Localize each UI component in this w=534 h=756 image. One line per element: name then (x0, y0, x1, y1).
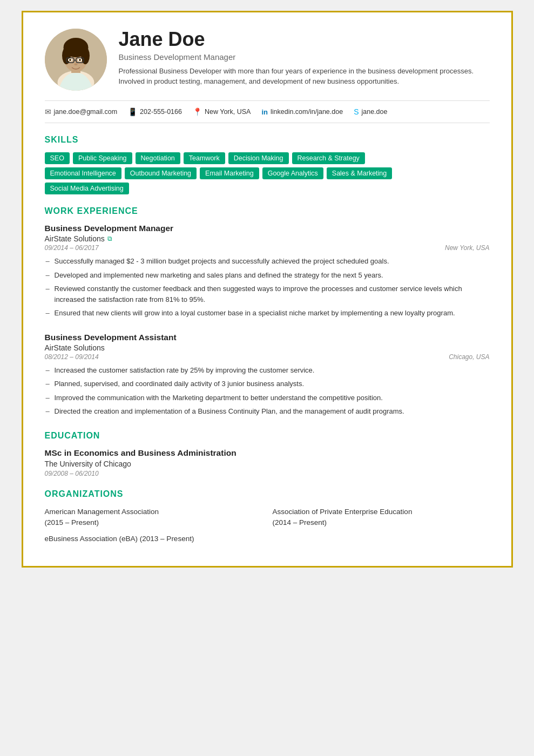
skill-seo: SEO (45, 152, 70, 164)
job-2: Business Development Assistant AirState … (45, 333, 490, 417)
org-2-name: Association of Private Enterprise Educat… (273, 508, 413, 516)
linkedin-text: linkedin.com/in/jane.doe (271, 108, 343, 116)
location-icon: 📍 (193, 107, 202, 116)
phone-icon: 📱 (128, 107, 137, 116)
phone-text: 202-555-0166 (140, 108, 182, 116)
work-experience-section: WORK EXPERIENCE Business Development Man… (45, 206, 490, 417)
org-2: Association of Private Enterprise Educat… (273, 507, 490, 529)
education-title: EDUCATION (45, 431, 490, 441)
education-section: EDUCATION MSc in Economics and Business … (45, 431, 490, 477)
org-2-dates: (2014 – Present) (273, 518, 327, 526)
job-2-company: AirState Solutions (45, 343, 490, 352)
header-info: Jane Doe Business Development Manager Pr… (119, 29, 490, 87)
organizations-title: ORGANIZATIONS (45, 489, 490, 499)
email-icon: ✉ (45, 107, 51, 116)
job-1-bullet-3: Reviewed constantly the customer feedbac… (45, 284, 490, 305)
job-2-location: Chicago, USA (449, 353, 489, 361)
job-2-bullet-3: Improved the communication with the Mark… (45, 393, 490, 403)
edu-dates: 09/2008 – 06/2010 (45, 470, 490, 477)
job-1-bullet-4: Ensured that new clients will grow into … (45, 308, 490, 319)
job-2-company-name: AirState Solutions (45, 343, 105, 352)
contact-phone: 📱 202-555-0166 (128, 107, 182, 116)
job-2-title: Business Development Assistant (45, 333, 490, 342)
org-3: eBusiness Association (eBA) (2013 – Pres… (45, 534, 490, 544)
org-3-name: eBusiness Association (eBA) (2013 – Pres… (45, 535, 194, 543)
skills-row-2: Emotional Intelligence Outbound Marketin… (45, 167, 490, 179)
candidate-name: Jane Doe (119, 29, 490, 50)
job-1-dates-row: 09/2014 – 06/2017 New York, USA (45, 244, 490, 252)
skills-section-title: SKILLS (45, 135, 490, 145)
skills-row-3: Social Media Advertising (45, 183, 490, 194)
job-1-title: Business Development Manager (45, 224, 490, 233)
external-link-icon: ⧉ (107, 235, 112, 242)
skill-social-media-advertising: Social Media Advertising (45, 183, 129, 194)
work-experience-title: WORK EXPERIENCE (45, 206, 490, 216)
svg-point-13 (69, 59, 71, 61)
skill-emotional-intelligence: Emotional Intelligence (45, 167, 121, 179)
skype-icon: S (354, 107, 359, 116)
job-1-company-name: AirState Solutions (45, 234, 105, 243)
job-1-bullets: Successfully managed $2 - 3 million budg… (45, 256, 490, 319)
job-2-bullets: Increased the customer satisfaction rate… (45, 365, 490, 417)
skill-outbound-marketing: Outbound Marketing (125, 167, 197, 179)
contact-skype: S jane.doe (354, 107, 387, 116)
job-2-bullet-4: Directed the creation and implementation… (45, 406, 490, 417)
skill-negotiation: Negotiation (136, 152, 180, 164)
skill-google-analytics: Google Analytics (262, 167, 323, 179)
contact-location: 📍 New York, USA (193, 107, 251, 116)
svg-point-7 (65, 39, 86, 55)
job-1-location: New York, USA (445, 244, 489, 252)
avatar (45, 29, 107, 91)
job-1: Business Development Manager AirState So… (45, 224, 490, 319)
candidate-title: Business Development Manager (119, 52, 490, 62)
svg-point-14 (79, 59, 81, 61)
edu-degree: MSc in Economics and Business Administra… (45, 448, 490, 458)
job-1-bullet-2: Developed and implemented new marketing … (45, 270, 490, 281)
job-2-dates: 08/2012 – 09/2014 (45, 353, 99, 361)
skype-text: jane.doe (361, 108, 387, 116)
org-1-name: American Management Association (45, 508, 159, 516)
skill-public-speaking: Public Speaking (73, 152, 132, 164)
contact-linkedin: in linkedin.com/in/jane.doe (261, 108, 343, 116)
job-1-company: AirState Solutions ⧉ (45, 234, 490, 243)
org-1-dates: (2015 – Present) (45, 518, 99, 526)
job-2-bullet-2: Planned, supervised, and coordinated dai… (45, 379, 490, 389)
location-text: New York, USA (205, 108, 251, 116)
organizations-section: ORGANIZATIONS American Management Associ… (45, 489, 490, 545)
skills-row-1: SEO Public Speaking Negotiation Teamwork… (45, 152, 490, 164)
skill-teamwork: Teamwork (184, 152, 225, 164)
candidate-bio: Professional Business Developer with mor… (119, 66, 490, 87)
orgs-grid: American Management Association (2015 – … (45, 507, 490, 545)
org-1: American Management Association (2015 – … (45, 507, 262, 529)
skill-decision-making: Decision Making (228, 152, 289, 164)
contact-bar: ✉ jane.doe@gmail.com 📱 202-555-0166 📍 Ne… (45, 100, 490, 123)
skill-sales-marketing: Sales & Marketing (327, 167, 392, 179)
job-2-bullet-1: Increased the customer satisfaction rate… (45, 365, 490, 376)
job-1-dates: 09/2014 – 06/2017 (45, 244, 99, 252)
skills-section: SKILLS SEO Public Speaking Negotiation T… (45, 135, 490, 194)
email-text: jane.doe@gmail.com (54, 108, 118, 116)
svg-point-15 (74, 63, 77, 65)
contact-email: ✉ jane.doe@gmail.com (45, 107, 118, 116)
edu-school: The University of Chicago (45, 460, 490, 468)
job-2-dates-row: 08/2012 – 09/2014 Chicago, USA (45, 353, 490, 361)
linkedin-icon: in (261, 108, 268, 116)
resume-header: Jane Doe Business Development Manager Pr… (45, 29, 490, 91)
skill-research-strategy: Research & Strategy (292, 152, 365, 164)
job-1-bullet-1: Successfully managed $2 - 3 million budg… (45, 256, 490, 267)
skill-email-marketing: Email Marketing (200, 167, 259, 179)
resume-document: Jane Doe Business Development Manager Pr… (22, 11, 513, 568)
